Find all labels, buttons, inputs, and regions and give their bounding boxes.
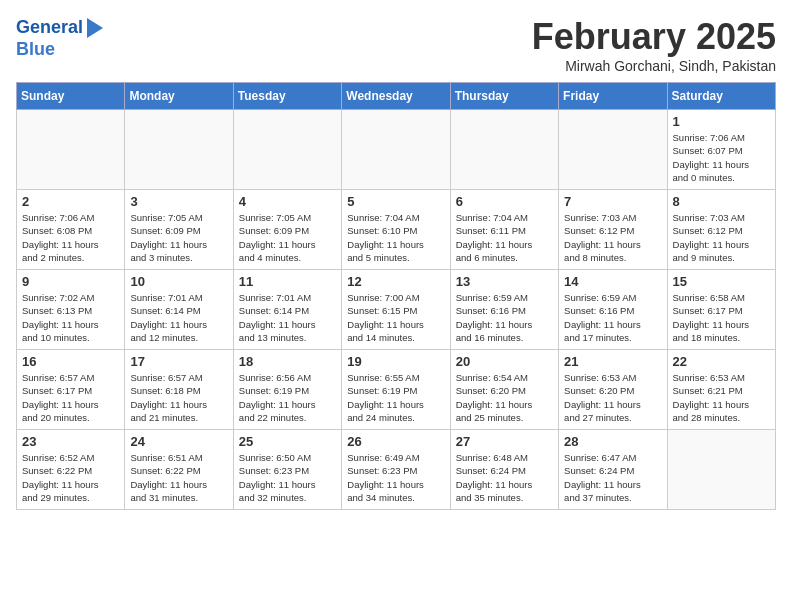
day-number: 11 [239,274,336,289]
title-area: February 2025 Mirwah Gorchani, Sindh, Pa… [532,16,776,74]
weekday-header-row: SundayMondayTuesdayWednesdayThursdayFrid… [17,83,776,110]
day-info: Sunrise: 7:01 AM Sunset: 6:14 PM Dayligh… [130,291,227,344]
week-row-0: 1Sunrise: 7:06 AM Sunset: 6:07 PM Daylig… [17,110,776,190]
calendar-cell: 7Sunrise: 7:03 AM Sunset: 6:12 PM Daylig… [559,190,667,270]
day-number: 8 [673,194,770,209]
calendar-cell: 3Sunrise: 7:05 AM Sunset: 6:09 PM Daylig… [125,190,233,270]
day-number: 16 [22,354,119,369]
calendar-cell: 8Sunrise: 7:03 AM Sunset: 6:12 PM Daylig… [667,190,775,270]
day-info: Sunrise: 6:52 AM Sunset: 6:22 PM Dayligh… [22,451,119,504]
day-info: Sunrise: 7:03 AM Sunset: 6:12 PM Dayligh… [564,211,661,264]
day-info: Sunrise: 6:53 AM Sunset: 6:20 PM Dayligh… [564,371,661,424]
day-info: Sunrise: 7:06 AM Sunset: 6:08 PM Dayligh… [22,211,119,264]
day-number: 10 [130,274,227,289]
day-number: 17 [130,354,227,369]
page-header: General Blue February 2025 Mirwah Gorcha… [16,16,776,74]
week-row-4: 23Sunrise: 6:52 AM Sunset: 6:22 PM Dayli… [17,430,776,510]
calendar-cell: 1Sunrise: 7:06 AM Sunset: 6:07 PM Daylig… [667,110,775,190]
calendar-cell: 23Sunrise: 6:52 AM Sunset: 6:22 PM Dayli… [17,430,125,510]
day-info: Sunrise: 7:05 AM Sunset: 6:09 PM Dayligh… [130,211,227,264]
day-number: 5 [347,194,444,209]
day-number: 19 [347,354,444,369]
calendar-cell: 27Sunrise: 6:48 AM Sunset: 6:24 PM Dayli… [450,430,558,510]
weekday-header-thursday: Thursday [450,83,558,110]
calendar-cell: 17Sunrise: 6:57 AM Sunset: 6:18 PM Dayli… [125,350,233,430]
calendar-cell: 2Sunrise: 7:06 AM Sunset: 6:08 PM Daylig… [17,190,125,270]
day-number: 27 [456,434,553,449]
day-info: Sunrise: 6:57 AM Sunset: 6:17 PM Dayligh… [22,371,119,424]
calendar-cell: 16Sunrise: 6:57 AM Sunset: 6:17 PM Dayli… [17,350,125,430]
calendar-cell: 6Sunrise: 7:04 AM Sunset: 6:11 PM Daylig… [450,190,558,270]
calendar-cell: 10Sunrise: 7:01 AM Sunset: 6:14 PM Dayli… [125,270,233,350]
calendar-cell: 5Sunrise: 7:04 AM Sunset: 6:10 PM Daylig… [342,190,450,270]
calendar-cell: 13Sunrise: 6:59 AM Sunset: 6:16 PM Dayli… [450,270,558,350]
day-info: Sunrise: 6:47 AM Sunset: 6:24 PM Dayligh… [564,451,661,504]
calendar-cell: 28Sunrise: 6:47 AM Sunset: 6:24 PM Dayli… [559,430,667,510]
calendar-cell: 12Sunrise: 7:00 AM Sunset: 6:15 PM Dayli… [342,270,450,350]
day-number: 1 [673,114,770,129]
day-info: Sunrise: 6:59 AM Sunset: 6:16 PM Dayligh… [564,291,661,344]
day-number: 6 [456,194,553,209]
day-number: 22 [673,354,770,369]
calendar-cell: 22Sunrise: 6:53 AM Sunset: 6:21 PM Dayli… [667,350,775,430]
day-number: 20 [456,354,553,369]
day-number: 14 [564,274,661,289]
day-number: 23 [22,434,119,449]
calendar-cell: 25Sunrise: 6:50 AM Sunset: 6:23 PM Dayli… [233,430,341,510]
day-info: Sunrise: 6:51 AM Sunset: 6:22 PM Dayligh… [130,451,227,504]
calendar-cell: 24Sunrise: 6:51 AM Sunset: 6:22 PM Dayli… [125,430,233,510]
month-title: February 2025 [532,16,776,58]
day-info: Sunrise: 7:03 AM Sunset: 6:12 PM Dayligh… [673,211,770,264]
day-info: Sunrise: 7:05 AM Sunset: 6:09 PM Dayligh… [239,211,336,264]
day-number: 25 [239,434,336,449]
calendar-cell [233,110,341,190]
calendar-cell: 4Sunrise: 7:05 AM Sunset: 6:09 PM Daylig… [233,190,341,270]
day-info: Sunrise: 6:56 AM Sunset: 6:19 PM Dayligh… [239,371,336,424]
day-info: Sunrise: 6:58 AM Sunset: 6:17 PM Dayligh… [673,291,770,344]
day-number: 3 [130,194,227,209]
calendar-table: SundayMondayTuesdayWednesdayThursdayFrid… [16,82,776,510]
day-number: 15 [673,274,770,289]
calendar-cell [342,110,450,190]
calendar-cell: 19Sunrise: 6:55 AM Sunset: 6:19 PM Dayli… [342,350,450,430]
day-number: 24 [130,434,227,449]
day-number: 21 [564,354,661,369]
calendar-cell: 11Sunrise: 7:01 AM Sunset: 6:14 PM Dayli… [233,270,341,350]
day-info: Sunrise: 7:01 AM Sunset: 6:14 PM Dayligh… [239,291,336,344]
day-info: Sunrise: 6:50 AM Sunset: 6:23 PM Dayligh… [239,451,336,504]
weekday-header-monday: Monday [125,83,233,110]
day-number: 2 [22,194,119,209]
day-number: 18 [239,354,336,369]
day-info: Sunrise: 7:02 AM Sunset: 6:13 PM Dayligh… [22,291,119,344]
day-info: Sunrise: 7:06 AM Sunset: 6:07 PM Dayligh… [673,131,770,184]
day-info: Sunrise: 6:59 AM Sunset: 6:16 PM Dayligh… [456,291,553,344]
day-info: Sunrise: 6:49 AM Sunset: 6:23 PM Dayligh… [347,451,444,504]
day-info: Sunrise: 7:00 AM Sunset: 6:15 PM Dayligh… [347,291,444,344]
calendar-cell: 14Sunrise: 6:59 AM Sunset: 6:16 PM Dayli… [559,270,667,350]
day-number: 13 [456,274,553,289]
logo-text-general: General [16,18,83,38]
calendar-cell: 20Sunrise: 6:54 AM Sunset: 6:20 PM Dayli… [450,350,558,430]
svg-marker-0 [87,18,103,38]
calendar-cell [667,430,775,510]
weekday-header-friday: Friday [559,83,667,110]
day-number: 4 [239,194,336,209]
weekday-header-saturday: Saturday [667,83,775,110]
logo-icon [85,16,105,40]
weekday-header-wednesday: Wednesday [342,83,450,110]
week-row-3: 16Sunrise: 6:57 AM Sunset: 6:17 PM Dayli… [17,350,776,430]
day-info: Sunrise: 7:04 AM Sunset: 6:11 PM Dayligh… [456,211,553,264]
calendar-cell: 26Sunrise: 6:49 AM Sunset: 6:23 PM Dayli… [342,430,450,510]
day-number: 7 [564,194,661,209]
week-row-2: 9Sunrise: 7:02 AM Sunset: 6:13 PM Daylig… [17,270,776,350]
logo-text-blue: Blue [16,40,105,60]
calendar-cell [450,110,558,190]
day-info: Sunrise: 7:04 AM Sunset: 6:10 PM Dayligh… [347,211,444,264]
logo: General Blue [16,16,105,60]
day-info: Sunrise: 6:48 AM Sunset: 6:24 PM Dayligh… [456,451,553,504]
day-info: Sunrise: 6:57 AM Sunset: 6:18 PM Dayligh… [130,371,227,424]
calendar-cell: 18Sunrise: 6:56 AM Sunset: 6:19 PM Dayli… [233,350,341,430]
calendar-cell [559,110,667,190]
day-number: 26 [347,434,444,449]
week-row-1: 2Sunrise: 7:06 AM Sunset: 6:08 PM Daylig… [17,190,776,270]
